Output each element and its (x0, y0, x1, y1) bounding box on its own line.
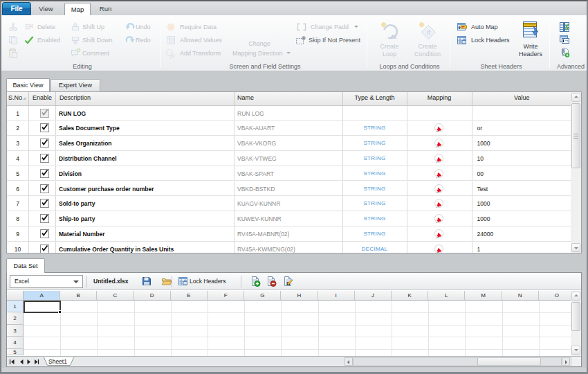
svg-text:fx: fx (170, 52, 175, 59)
svg-text:if: if (427, 29, 430, 36)
